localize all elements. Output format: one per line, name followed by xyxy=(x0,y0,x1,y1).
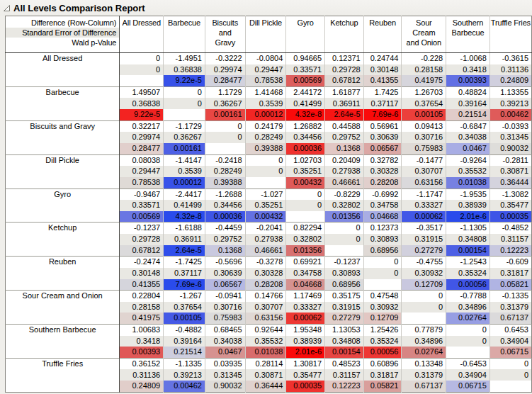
se-cell: 0.30148 xyxy=(363,64,402,76)
pvalue-cell: 0.90032 xyxy=(489,143,531,154)
se-cell: 0 xyxy=(286,200,325,211)
diff-cell: 0 xyxy=(402,291,446,302)
pvalue-cell: 0.06715 xyxy=(489,347,531,358)
diff-cell: -0.6847 xyxy=(446,120,490,132)
se-cell: 0.29752 xyxy=(325,132,364,143)
disclosure-triangle-icon[interactable] xyxy=(3,4,11,12)
report-title: All Levels Comparison Report xyxy=(13,3,145,13)
se-cell: 0.41499 xyxy=(286,98,325,109)
column-header-line: Southern xyxy=(447,18,489,28)
row-label-ketchup: Ketchup xyxy=(6,223,120,257)
se-cell: 0.30871 xyxy=(245,369,286,381)
se-cell: 0 xyxy=(402,302,446,313)
diff-cell: 0.47548 xyxy=(363,291,402,302)
diff-cell: -1.3082 xyxy=(489,188,531,200)
jmp-report-window: { "title": "All Levels Comparison Report… xyxy=(0,0,532,394)
se-cell: 0.39164 xyxy=(446,98,490,109)
diff-cell: 0.36152 xyxy=(120,358,164,369)
se-cell: 0.34758 xyxy=(286,268,325,279)
diff-cell: 1.00683 xyxy=(120,325,164,336)
se-cell: 0.37654 xyxy=(402,98,446,109)
corner-header-line: Difference (Row-Column) xyxy=(6,18,119,28)
diff-cell: 0.82294 xyxy=(286,223,325,234)
pvalue-cell xyxy=(402,313,446,324)
se-cell: 0.28249 xyxy=(205,166,245,177)
column-header-line: Cream xyxy=(402,28,445,38)
pvalue-cell: 0.63156 xyxy=(245,313,286,324)
row-label-barbecue: Barbecue xyxy=(6,86,120,120)
pvalue-cell: 0.00035 xyxy=(489,211,531,223)
row-label-biscuits-and-gravy: Biscuits and Gravy xyxy=(6,120,120,154)
diff-cell: 0.32782 xyxy=(363,154,402,166)
pvalue-cell xyxy=(363,279,402,291)
pvalue-cell: 0.00012 xyxy=(164,177,205,188)
pvalue-cell: 0.00161 xyxy=(164,143,205,154)
se-cell: 0.35324 xyxy=(446,268,490,279)
column-header-line: Gravy xyxy=(206,38,244,47)
diff-cell: 0.56961 xyxy=(363,120,402,132)
column-header-biscuits-and-gravy: BiscuitsandGravy xyxy=(205,16,245,53)
diff-cell: -0.2811 xyxy=(489,154,531,166)
se-cell: 0.35477 xyxy=(286,369,325,381)
column-header-truffle-fries: Truffle Fries xyxy=(489,16,531,53)
se-cell: 0 xyxy=(363,268,402,279)
se-cell: 0.33571 xyxy=(120,200,164,211)
diff-cell: 1.13355 xyxy=(489,86,531,98)
pvalue-cell: 0.00036 xyxy=(205,211,245,223)
column-header-line: Ketchup xyxy=(326,18,363,28)
se-cell: 0.29447 xyxy=(120,166,164,177)
diff-cell: -1.4147 xyxy=(164,154,205,166)
matrix-row-barbecue-difference: Barbecue1.4950701.17291.414682.441721.61… xyxy=(6,86,532,98)
pvalue-cell: 2.01e-6 xyxy=(286,347,325,358)
diff-cell: 0.68465 xyxy=(205,325,245,336)
pvalue-cell: 7.69e-6 xyxy=(164,279,205,291)
row-label-southern-barbecue: Southern Barbecue xyxy=(6,325,120,359)
se-cell: 0.39213 xyxy=(164,369,205,381)
pvalue-cell: 0.00062 xyxy=(402,211,446,223)
diff-cell: 0.24179 xyxy=(245,120,286,132)
matrix-row-biscuits-and-gravy-difference: Biscuits and Gravy0.32217-1.172900.24179… xyxy=(6,120,532,132)
se-cell: 0.32802 xyxy=(325,200,364,211)
diff-cell: 0.12371 xyxy=(325,53,364,64)
diff-cell: -0.9467 xyxy=(120,188,164,200)
diff-cell: 0.6453 xyxy=(489,325,531,336)
row-label-sour-cream-and-onion: Sour Cream and Onion xyxy=(6,291,120,325)
pvalue-cell: 0.0467 xyxy=(446,143,490,154)
se-cell: 0.36838 xyxy=(120,98,164,109)
pvalue-cell: 0.63156 xyxy=(402,177,446,188)
diff-cell: 0.92644 xyxy=(245,325,286,336)
pvalue-cell: 4.32e-8 xyxy=(164,211,205,223)
se-cell: 0.31345 xyxy=(489,132,531,143)
diff-cell: -0.6453 xyxy=(446,358,490,369)
pvalue-cell: 0.41355 xyxy=(120,279,164,291)
pvalue-cell: 0.06567 xyxy=(363,143,402,154)
matrix-row-gyro-difference: Gyro-0.9467-2.4417-1.2688-1.0270-0.8229-… xyxy=(6,188,532,200)
se-cell: 0.35477 xyxy=(489,200,531,211)
diff-cell: 1.26703 xyxy=(402,86,446,98)
pvalue-cell: 0.00154 xyxy=(325,347,364,358)
diff-cell: -0.1237 xyxy=(325,257,364,268)
diff-cell: -0.3615 xyxy=(489,53,531,64)
pvalue-cell: 0.28208 xyxy=(245,279,286,291)
pvalue-cell: 0.00393 xyxy=(120,347,164,358)
se-cell: 0.30932 xyxy=(402,268,446,279)
diff-cell: -1.6188 xyxy=(164,223,205,234)
se-cell: 0 xyxy=(205,132,245,143)
diff-cell: 0 xyxy=(325,223,364,234)
diff-cell: -0.228 xyxy=(402,53,446,64)
pvalue-cell: 0.28477 xyxy=(205,75,245,86)
pvalue-cell: 0.00432 xyxy=(286,177,325,188)
matrix-row-all-dressed-difference: All Dressed0-1.4951-0.3222-0.08040.94665… xyxy=(6,53,532,64)
pvalue-cell: 0.27279 xyxy=(402,245,446,257)
diff-cell: -0.4755 xyxy=(402,257,446,268)
pvalue-cell: 0.05821 xyxy=(363,381,402,392)
diff-cell: 0.22804 xyxy=(120,291,164,302)
pvalue-cell: 0.21514 xyxy=(446,109,490,120)
pvalue-cell: 0.12223 xyxy=(325,381,364,392)
se-cell: 0.3418 xyxy=(120,336,164,347)
pvalue-cell: 0.67812 xyxy=(325,75,364,86)
diff-cell: -0.2474 xyxy=(120,257,164,268)
diff-cell: 0.14766 xyxy=(245,291,286,302)
column-header-line: Barbecue xyxy=(164,18,204,28)
report-title-bar: All Levels Comparison Report xyxy=(0,0,532,16)
